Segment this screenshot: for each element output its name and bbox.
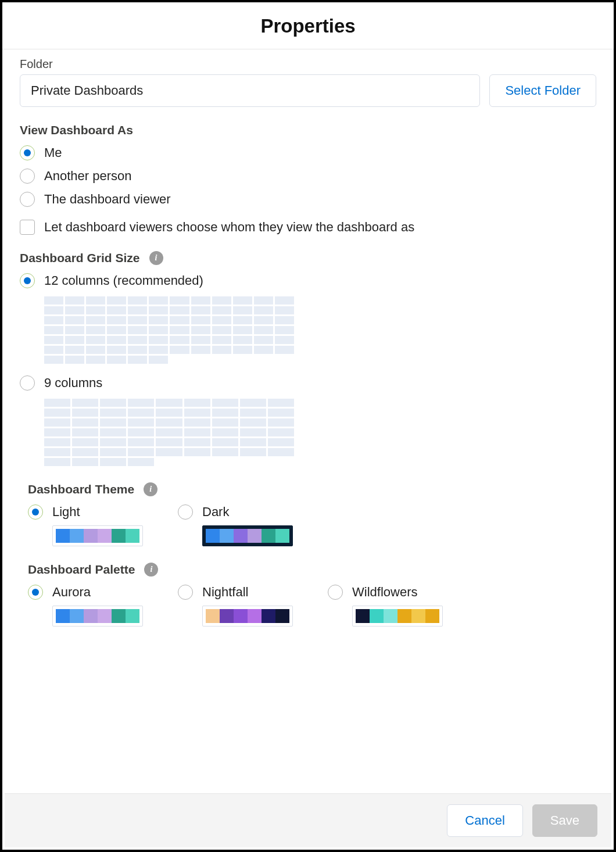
grid-size-label: Dashboard Grid Size i xyxy=(20,251,596,265)
radio-theme-dark[interactable]: Dark xyxy=(178,504,293,520)
theme-option-dark: Dark xyxy=(178,504,293,546)
grid-12-preview xyxy=(44,296,294,364)
grid-9-preview xyxy=(44,399,294,466)
theme-section: Dashboard Theme i Light Dark xyxy=(28,482,596,546)
palette-label: Dashboard Palette i xyxy=(28,563,596,577)
radio-theme-light[interactable]: Light xyxy=(28,504,143,520)
checkbox-label: Let dashboard viewers choose whom they v… xyxy=(44,220,414,235)
checkbox-viewer-choose[interactable]: Let dashboard viewers choose whom they v… xyxy=(20,220,596,235)
radio-icon xyxy=(20,145,35,160)
palette-section: Dashboard Palette i Aurora Nightfall xyxy=(28,563,596,627)
dialog-title: Properties xyxy=(2,15,614,37)
checkbox-icon xyxy=(20,220,35,235)
radio-label: 12 columns (recommended) xyxy=(44,273,203,288)
radio-grid-9[interactable]: 9 columns xyxy=(20,375,596,391)
radio-palette-aurora[interactable]: Aurora xyxy=(28,585,143,600)
radio-view-another[interactable]: Another person xyxy=(20,169,596,184)
info-icon[interactable]: i xyxy=(149,251,163,265)
radio-label: The dashboard viewer xyxy=(44,192,171,207)
view-as-section: View Dashboard As Me Another person The … xyxy=(20,123,596,235)
radio-label: Another person xyxy=(44,169,131,184)
dialog-header: Properties xyxy=(2,2,614,49)
radio-icon xyxy=(178,504,193,520)
radio-icon xyxy=(28,585,43,600)
palette-nightfall-swatch[interactable] xyxy=(202,606,293,627)
theme-label: Dashboard Theme i xyxy=(28,482,596,496)
dialog-content: Folder Select Folder View Dashboard As M… xyxy=(2,49,614,782)
theme-light-swatch[interactable] xyxy=(52,525,143,546)
radio-label: Nightfall xyxy=(202,585,248,600)
folder-input[interactable] xyxy=(20,74,480,107)
info-icon[interactable]: i xyxy=(144,563,158,577)
palette-aurora-swatch[interactable] xyxy=(52,606,143,627)
radio-icon xyxy=(178,585,193,600)
radio-label: Me xyxy=(44,145,62,160)
radio-grid-12[interactable]: 12 columns (recommended) xyxy=(20,273,596,288)
radio-label: 9 columns xyxy=(44,375,102,391)
radio-view-me[interactable]: Me xyxy=(20,145,596,160)
radio-palette-wildflowers[interactable]: Wildflowers xyxy=(328,585,443,600)
folder-label: Folder xyxy=(20,58,596,71)
radio-icon xyxy=(20,192,35,207)
dialog-footer: Cancel Save xyxy=(5,793,611,847)
radio-icon xyxy=(20,169,35,184)
cancel-button[interactable]: Cancel xyxy=(447,804,522,837)
radio-view-viewer[interactable]: The dashboard viewer xyxy=(20,192,596,207)
palette-option-aurora: Aurora xyxy=(28,585,143,627)
select-folder-button[interactable]: Select Folder xyxy=(489,74,596,107)
grid-size-section: Dashboard Grid Size i 12 columns (recomm… xyxy=(20,251,596,466)
radio-icon xyxy=(20,273,35,288)
radio-icon xyxy=(328,585,343,600)
palette-option-wildflowers: Wildflowers xyxy=(328,585,443,627)
palette-wildflowers-swatch[interactable] xyxy=(352,606,443,627)
folder-section: Folder Select Folder xyxy=(20,58,596,107)
radio-label: Wildflowers xyxy=(352,585,417,600)
radio-label: Aurora xyxy=(52,585,91,600)
theme-dark-swatch[interactable] xyxy=(202,525,293,546)
palette-option-nightfall: Nightfall xyxy=(178,585,293,627)
info-icon[interactable]: i xyxy=(144,482,157,496)
theme-option-light: Light xyxy=(28,504,143,546)
view-as-label: View Dashboard As xyxy=(20,123,596,137)
radio-palette-nightfall[interactable]: Nightfall xyxy=(178,585,293,600)
radio-icon xyxy=(28,504,43,520)
radio-label: Dark xyxy=(202,504,229,520)
save-button[interactable]: Save xyxy=(532,804,597,837)
radio-label: Light xyxy=(52,504,80,520)
radio-icon xyxy=(20,375,35,391)
